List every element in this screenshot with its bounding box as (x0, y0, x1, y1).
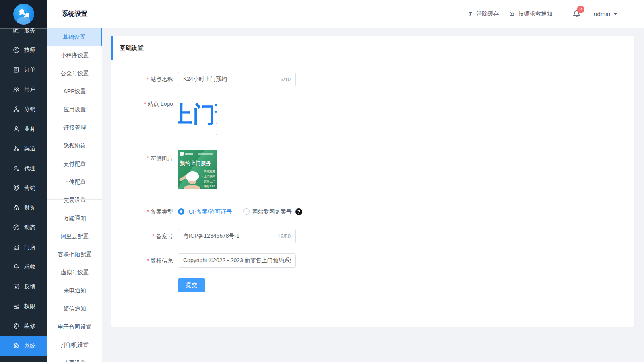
radio-icp-label[interactable]: ICP备案/许可证号 (187, 208, 232, 216)
settings-item-privacy[interactable]: 隐私协议 (47, 137, 102, 155)
sidebar-item-store[interactable]: 门店 (0, 237, 47, 257)
submit-button[interactable]: 提交 (178, 278, 205, 292)
sidebar-item-business[interactable]: 业务 (0, 119, 47, 139)
site-logo-upload[interactable]: 上门预 (178, 96, 217, 135)
sidebar-item-finance[interactable]: 财务 (0, 198, 47, 218)
clear-cache-label: 清除缓存 (476, 10, 499, 18)
radio-network-record[interactable] (243, 208, 250, 215)
store-icon (13, 244, 20, 251)
radio-network-record-label[interactable]: 网站联网备案号 (252, 208, 292, 216)
sidebar-item-dynamics[interactable]: 动态 (0, 218, 47, 237)
marketing-icon (13, 185, 20, 191)
required-asterisk: * (153, 233, 155, 239)
copyright-input-box (178, 253, 296, 268)
site-name-input[interactable] (183, 76, 278, 82)
basic-settings-card: 基础设置 *站点名称 9/10 *站点 Logo 上门预 *左侧图片 (111, 36, 634, 327)
settings-item-upload[interactable]: 上传配置 (47, 173, 102, 191)
left-image-preview[interactable]: 预约上门服务 · 同城服务 · 上门按摩 · 技师上门 · 理疗SPA (178, 150, 217, 189)
settings-item-trade[interactable]: 交易设置 (47, 191, 102, 209)
user-menu[interactable]: admin (594, 10, 617, 17)
sidebar-item-users[interactable]: 用户 (0, 80, 47, 99)
site-logo-label: *站点 Logo (111, 97, 173, 111)
menu-divider (47, 290, 102, 290)
sidebar-item-permissions[interactable]: 权限 (0, 296, 47, 316)
settings-item-payment[interactable]: 支付配置 (47, 155, 102, 173)
site-name-counter: 9/10 (281, 76, 291, 82)
record-no-label: *备案号 (111, 229, 173, 243)
site-name-input-box: 9/10 (178, 72, 296, 86)
gear-icon (13, 342, 20, 349)
site-logo-image: 上门预 (178, 103, 217, 126)
sidebar-item-orders[interactable]: 订单 (0, 60, 47, 80)
settings-item-aliyun[interactable]: 阿里云配置 (47, 227, 102, 245)
sidebar-item-label: 技师 (24, 47, 35, 54)
sidebar-item-agent[interactable]: 代理 (0, 158, 47, 178)
required-asterisk: * (147, 208, 149, 215)
promo-image-title: 预约上门服务 (180, 160, 216, 167)
settings-item-sms-notice[interactable]: 短信通知 (47, 300, 102, 318)
sidebar-item-technician[interactable]: 技师 (0, 40, 47, 60)
promo-image-person (178, 168, 202, 189)
sidebar-item-label: 装修 (24, 323, 35, 330)
settings-item-ronglianqimo[interactable]: 容联七陌配置 (47, 245, 102, 263)
sidebar-item-label: 门店 (24, 244, 35, 251)
settings-item-e-contract[interactable]: 电子合同设置 (47, 318, 102, 336)
username: admin (594, 10, 610, 17)
record-no-input-box: 16/50 (178, 229, 296, 243)
radio-icp-selected[interactable] (178, 208, 184, 215)
settings-item-virtual-number[interactable]: 虚拟号设置 (47, 263, 102, 282)
promo-brand-dot (180, 152, 184, 156)
settings-item-universal-notice[interactable]: 万能通知 (47, 209, 102, 227)
business-icon (13, 125, 20, 132)
notifications-button[interactable]: 2 (572, 10, 581, 18)
promo-image-bullets: · 同城服务 · 上门按摩 · 技师上门 · 理疗SPA (202, 169, 215, 189)
technician-icon (13, 47, 20, 53)
promo-image-brand (180, 152, 213, 156)
settings-item-app[interactable]: APP设置 (47, 82, 102, 101)
massage-app-logo (13, 4, 34, 25)
sidebar-item-feedback[interactable]: 反馈 (0, 277, 47, 296)
record-no-input[interactable] (183, 233, 275, 239)
sidebar-item-label: 分销 (24, 106, 35, 113)
agent-icon (13, 165, 20, 172)
settings-item-call-notice[interactable]: 来电通知 (47, 282, 102, 300)
finance-icon (13, 204, 20, 211)
sidebar-item-marketing[interactable]: 营销 (0, 178, 47, 198)
settings-item-links[interactable]: 链接管理 (47, 119, 102, 137)
sidebar-item-channel[interactable]: 渠道 (0, 139, 47, 158)
sidebar-item-label: 订单 (24, 66, 35, 74)
required-asterisk: * (147, 76, 149, 82)
sidebar-item-label: 代理 (24, 165, 35, 172)
sidebar-item-label: 渠道 (24, 145, 35, 152)
notification-badge: 2 (577, 6, 584, 13)
settings-item-official-account[interactable]: 公众号设置 (47, 64, 102, 82)
app-logo-block[interactable] (0, 0, 47, 28)
tech-sos-button[interactable]: 技师求救通知 (509, 10, 552, 18)
sidebar-item-label: 财务 (24, 204, 35, 212)
sidebar-item-sos[interactable]: 求救 (0, 257, 47, 277)
card-title: 基础设置 (111, 36, 634, 60)
settings-item-printer[interactable]: 打印机设置 (47, 336, 102, 354)
main-content: 基础设置 *站点名称 9/10 *站点 Logo 上门预 *左侧图片 (102, 28, 644, 362)
help-question-icon[interactable]: ? (295, 208, 302, 215)
sidebar-item-distribution[interactable]: 分销 (0, 99, 47, 119)
distribution-icon (13, 106, 20, 113)
sidebar-item-label: 用户 (24, 86, 35, 93)
settings-item-miniprogram[interactable]: 小程序设置 (47, 46, 102, 64)
primary-sidebar: 服务 技师 订单 用户 分销 业务 渠道 代理 (0, 0, 47, 362)
clear-cache-icon (467, 11, 473, 17)
sidebar-item-decoration[interactable]: 装修 (0, 316, 47, 336)
clear-cache-button[interactable]: 清除缓存 (467, 10, 499, 18)
service-icon (13, 27, 20, 34)
required-asterisk: * (147, 257, 149, 264)
chevron-down-icon (613, 13, 617, 15)
copyright-label: *版权信息 (111, 253, 173, 268)
settings-item-receipt[interactable]: 小票设置 (47, 354, 102, 362)
sidebar-item-system[interactable]: 系统 (0, 336, 47, 356)
copyright-input[interactable] (183, 257, 291, 264)
sidebar-item-label: 动态 (24, 224, 35, 231)
sidebar-item-label: 反馈 (24, 283, 35, 290)
settings-item-basic[interactable]: 基础设置 (47, 28, 102, 46)
permissions-icon (13, 303, 20, 310)
settings-item-application[interactable]: 应用设置 (47, 101, 102, 119)
